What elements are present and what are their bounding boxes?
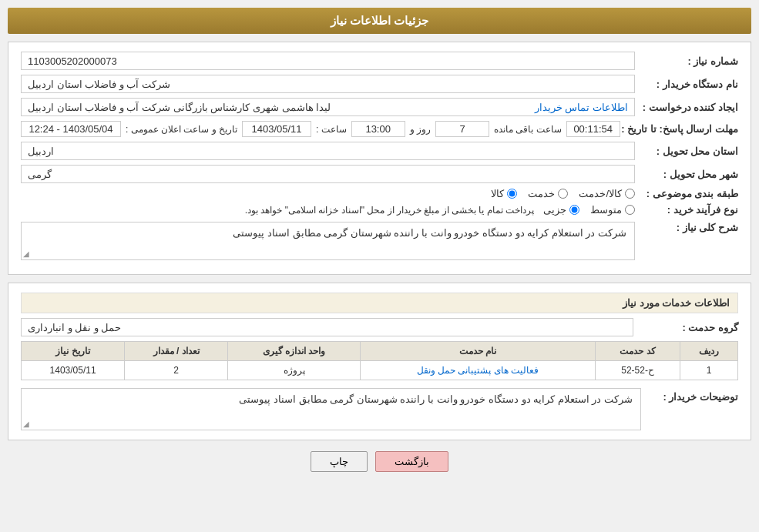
requester-value-box: اطلاعات تماس خریدار لیدا هاشمی شهری کارش… xyxy=(21,98,635,116)
deadline-remain-label: ساعت باقی مانده xyxy=(494,124,562,135)
announce-value-box: 1403/05/04 - 12:24 xyxy=(21,121,121,137)
general-desc-value: شرکت در استعلام کرایه دو دستگاه خودرو وا… xyxy=(233,227,626,239)
category-label-service-goods: کالا/خدمت xyxy=(579,188,622,199)
deadline-days-box: 7 xyxy=(435,121,489,137)
category-label: طبقه بندی موضوعی : xyxy=(638,188,738,199)
cell-unit: پروژه xyxy=(228,361,361,380)
cell-date: 1403/05/11 xyxy=(22,361,125,380)
deadline-label: مهلت ارسال پاسخ: تا تاریخ : xyxy=(623,123,738,135)
requester-row: ایجاد کننده درخواست : اطلاعات تماس خریدا… xyxy=(21,98,738,116)
category-option-service: خدمت xyxy=(528,188,568,199)
deadline-date-box: 1403/05/11 xyxy=(242,121,311,137)
purchase-type-option-minor: جزیی xyxy=(543,204,579,216)
col-name: نام حدمت xyxy=(360,342,595,361)
deadline-remain-box: 00:11:54 xyxy=(566,121,620,137)
table-row: 1 ح-52-52 فعالیت های پشتیبانی حمل ونقل پ… xyxy=(22,361,738,380)
cell-qty: 2 xyxy=(125,361,228,380)
general-desc-label: شرح کلی نیاز : xyxy=(638,222,738,233)
category-option-goods: کالا xyxy=(491,188,517,199)
service-group-value: حمل و نقل و انبارداری xyxy=(28,322,121,333)
service-info-title: اطلاعات خدمات مورد نیاز xyxy=(21,293,738,313)
deadline-time-box: 13:00 xyxy=(351,121,405,137)
delivery-city-row: شهر محل تحویل : گرمی xyxy=(21,165,738,183)
purchase-type-label-medium: متوسط xyxy=(590,204,622,216)
cell-name[interactable]: فعالیت های پشتیبانی حمل ونقل xyxy=(360,361,595,380)
purchase-type-label: نوع فرآیند خرید : xyxy=(638,204,738,216)
category-radio-service-goods[interactable] xyxy=(625,189,635,199)
service-group-label: گروه حدمت : xyxy=(638,322,738,333)
buttons-row: بازگشت چاپ xyxy=(8,451,751,472)
category-row: طبقه بندی موضوعی : کالا/خدمت خدمت کالا xyxy=(21,188,738,199)
purchase-type-label-minor: جزیی xyxy=(543,204,566,216)
buyer-org-row: نام دستگاه خریدار : شرکت آب و فاضلاب است… xyxy=(21,75,738,93)
deadline-date: 1403/05/11 xyxy=(251,123,301,135)
category-radio-goods[interactable] xyxy=(507,189,517,199)
delivery-city-label: شهر محل تحویل : xyxy=(638,169,738,180)
requester-value: لیدا هاشمی شهری کارشناس بازرگانی شرکت آب… xyxy=(28,102,331,113)
announce-value: 1403/05/04 - 12:24 xyxy=(29,123,113,135)
service-group-row: گروه حدمت : حمل و نقل و انبارداری xyxy=(21,318,738,336)
purchase-type-radio-group: متوسط جزیی xyxy=(543,204,635,216)
deadline-day-label: روز و xyxy=(410,124,431,135)
delivery-province-label: استان محل تحویل : xyxy=(638,146,738,157)
category-option-service-goods: کالا/خدمت xyxy=(579,188,635,199)
delivery-city-value-box: گرمی xyxy=(21,165,635,183)
col-date: تاریخ نیاز xyxy=(22,342,125,361)
services-section: اطلاعات خدمات مورد نیاز گروه حدمت : حمل … xyxy=(8,283,751,440)
deadline-remain: 00:11:54 xyxy=(573,123,613,135)
buyer-org-label: نام دستگاه خریدار : xyxy=(638,79,738,90)
delivery-province-value: اردبیل xyxy=(28,146,54,157)
page-title: جزئیات اطلاعات نیاز xyxy=(331,14,428,27)
buyer-desc-label: توضیحات خریدار : xyxy=(646,388,738,403)
purchase-type-radio-medium[interactable] xyxy=(625,205,635,215)
need-number-value: 1103005202000073 xyxy=(28,55,117,67)
deadline-time: 13:00 xyxy=(365,123,391,135)
requester-label: ایجاد کننده درخواست : xyxy=(638,102,738,113)
col-qty: تعداد / مقدار xyxy=(125,342,228,361)
buyer-desc-row: توضیحات خریدار : شرکت در استعلام کرایه د… xyxy=(21,388,738,430)
purchase-type-radio-minor[interactable] xyxy=(569,205,579,215)
col-code: کد حدمت xyxy=(595,342,680,361)
page-header: جزئیات اطلاعات نیاز xyxy=(8,8,751,34)
print-button[interactable]: چاپ xyxy=(311,451,368,472)
col-row: ردیف xyxy=(680,342,738,361)
category-radio-service[interactable] xyxy=(558,189,568,199)
cell-row: 1 xyxy=(680,361,738,380)
page-wrapper: جزئیات اطلاعات نیاز شماره نیاز : 1103005… xyxy=(0,0,759,532)
requester-contact-link[interactable]: اطلاعات تماس خریدار xyxy=(535,102,628,113)
category-radio-group: کالا/خدمت خدمت کالا xyxy=(491,188,635,199)
need-number-row: شماره نیاز : 1103005202000073 xyxy=(21,52,738,70)
announce-label: تاریخ و ساعت اعلان عمومی : xyxy=(126,124,237,135)
main-card: شماره نیاز : 1103005202000073 نام دستگاه… xyxy=(8,42,751,275)
service-group-value-box: حمل و نقل و انبارداری xyxy=(21,318,633,336)
cell-code: ح-52-52 xyxy=(595,361,680,380)
purchase-type-row: نوع فرآیند خرید : متوسط جزیی پرداخت تمام… xyxy=(21,204,738,216)
need-number-label: شماره نیاز : xyxy=(638,55,738,67)
back-button[interactable]: بازگشت xyxy=(375,451,448,472)
table-header-row: ردیف کد حدمت نام حدمت واحد اندازه گیری ت… xyxy=(22,342,738,361)
buyer-org-value-box: شرکت آب و فاضلاب استان اردبیل xyxy=(21,75,635,93)
col-unit: واحد اندازه گیری xyxy=(228,342,361,361)
services-table: ردیف کد حدمت نام حدمت واحد اندازه گیری ت… xyxy=(21,341,738,380)
general-desc-box: شرکت در استعلام کرایه دو دستگاه خودرو وا… xyxy=(21,222,635,260)
purchase-note: پرداخت تمام یا بخشی از مبلغ خریدار از مح… xyxy=(21,205,540,216)
category-label-service: خدمت xyxy=(528,188,555,199)
delivery-province-row: استان محل تحویل : اردبیل xyxy=(21,142,738,160)
deadline-time-label: ساعت : xyxy=(316,124,347,135)
need-number-value-box: 1103005202000073 xyxy=(21,52,635,70)
deadline-row: مهلت ارسال پاسخ: تا تاریخ : 00:11:54 ساع… xyxy=(21,121,738,137)
buyer-desc-box: شرکت در استعلام کرایه دو دستگاه خودرو وا… xyxy=(21,388,641,430)
purchase-type-option-medium: متوسط xyxy=(590,204,635,216)
deadline-days: 7 xyxy=(459,123,465,135)
buyer-org-value: شرکت آب و فاضلاب استان اردبیل xyxy=(28,79,170,90)
category-label-goods: کالا xyxy=(491,188,504,199)
delivery-city-value: گرمی xyxy=(28,169,52,180)
general-desc-row: شرح کلی نیاز : شرکت در استعلام کرایه دو … xyxy=(21,222,738,260)
delivery-province-value-box: اردبیل xyxy=(21,142,635,160)
buyer-desc-value: شرکت در استعلام کرایه دو دستگاه خودرو وا… xyxy=(239,393,633,405)
